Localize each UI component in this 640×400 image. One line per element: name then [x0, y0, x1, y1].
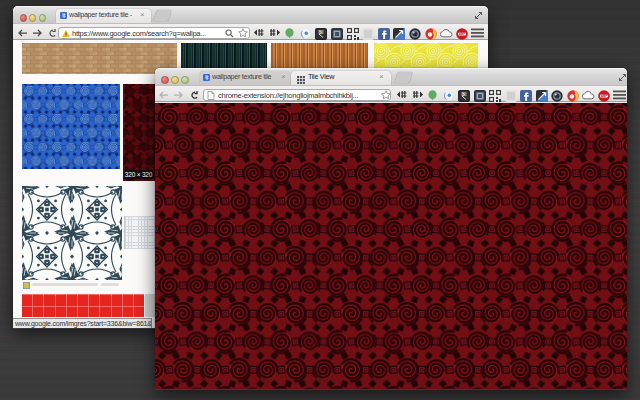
svg-text:ABP: ABP — [458, 32, 466, 36]
svg-text:ABP: ABP — [600, 94, 608, 98]
